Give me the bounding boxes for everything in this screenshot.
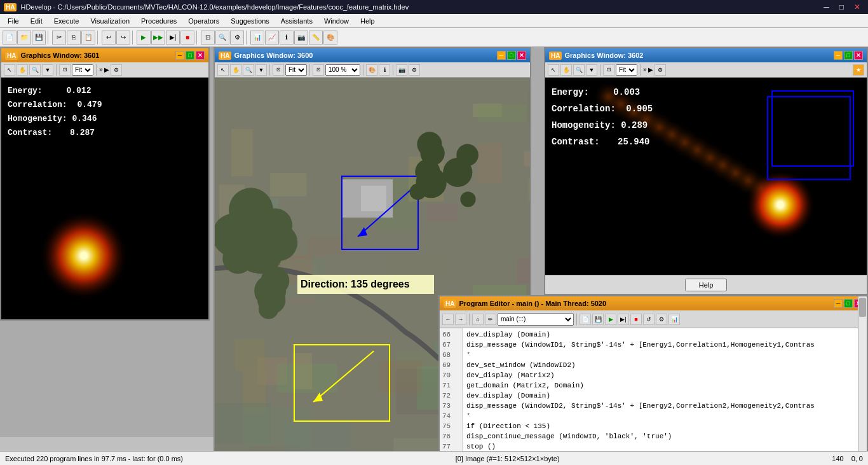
gwin3602-titlebar[interactable]: HA Graphics Window: 3602 ─ □ ✕	[545, 48, 867, 62]
gwin3601-expand[interactable]: »	[99, 66, 103, 73]
step-button[interactable]: ▶|	[166, 31, 180, 45]
run-cont-button[interactable]: ▶▶	[151, 31, 165, 45]
info-button[interactable]: ℹ	[280, 31, 294, 45]
help-button[interactable]: Help	[685, 279, 728, 291]
gwin3602-close[interactable]: ✕	[854, 51, 863, 60]
gwin3600-zoom-select[interactable]: 100 %	[325, 64, 360, 76]
gwin3602-max[interactable]: □	[844, 51, 853, 60]
gwin3601-titlebar[interactable]: HA Graphics Window: 3601 ─ □ ✕	[1, 48, 208, 62]
menu-window[interactable]: Window	[319, 16, 354, 26]
gwin3600-snapshot[interactable]: 📷	[396, 64, 407, 76]
gwin3601-min[interactable]: ─	[175, 51, 184, 60]
close-button[interactable]: ✕	[850, 3, 864, 11]
gwin3600-close[interactable]: ✕	[517, 51, 526, 60]
gwin3600-extra[interactable]: ⚙	[409, 64, 420, 76]
prog-editor-max[interactable]: □	[844, 299, 853, 308]
gwin3600-cursor[interactable]: ↖	[217, 64, 229, 76]
pe-save2[interactable]: 💾	[592, 314, 604, 325]
cut-button[interactable]: ✂	[52, 31, 66, 45]
menu-visualization[interactable]: Visualization	[85, 16, 135, 26]
undo-button[interactable]: ↩	[102, 31, 116, 45]
gwin3602-cursor[interactable]: ↖	[548, 64, 559, 76]
gwin3600-color[interactable]: 🎨	[366, 64, 377, 76]
save-button[interactable]: 💾	[32, 31, 46, 45]
camera-button[interactable]: 📷	[294, 31, 308, 45]
stop-button[interactable]: ■	[180, 31, 194, 45]
gwin3602-zoom-drop[interactable]: ▼	[586, 64, 597, 76]
pe-forward[interactable]: →	[455, 314, 466, 325]
vertical-scrollbar[interactable]	[858, 328, 867, 457]
code-content[interactable]: dev_display (Domain) disp_message (Windo…	[463, 328, 867, 457]
gwin3600-fit-icon[interactable]: ⊡	[273, 64, 284, 76]
gwin3601-zoom-dropdown[interactable]: ▼	[42, 64, 53, 76]
gwin3601-cursor[interactable]: ↖	[4, 64, 15, 76]
pe-back[interactable]: ←	[442, 314, 454, 325]
copy-button[interactable]: ⎘	[67, 31, 81, 45]
menu-file[interactable]: File	[3, 16, 24, 26]
gwin3601-fit[interactable]: ⊡	[59, 64, 71, 76]
paste-button[interactable]: 📋	[81, 31, 95, 45]
maximize-button[interactable]: □	[836, 3, 848, 11]
menu-edit[interactable]: Edit	[25, 16, 48, 26]
gwin3601-max[interactable]: □	[186, 51, 194, 60]
zoom-in-button[interactable]: 🔍	[215, 31, 229, 45]
gwin3601-settings-icon[interactable]: ⚙	[111, 64, 122, 76]
prog-editor-min[interactable]: ─	[834, 299, 843, 308]
pe-stop2[interactable]: ■	[630, 314, 642, 325]
pe-step2[interactable]: ▶|	[618, 314, 629, 325]
gwin3600-titlebar[interactable]: HA Graphics Window: 3600 ─ □ ✕	[215, 48, 530, 62]
gwin3600-max[interactable]: □	[507, 51, 516, 60]
open-button[interactable]: 📁	[17, 31, 31, 45]
gwin3600-min[interactable]: ─	[497, 51, 506, 60]
gwin3602-zoom[interactable]: 🔍	[573, 64, 585, 76]
gwin3600-info[interactable]: ℹ	[379, 64, 390, 76]
gwin3602-more[interactable]: ▶	[648, 66, 653, 73]
pe-run2[interactable]: ▶	[605, 314, 616, 325]
menu-help[interactable]: Help	[355, 16, 380, 26]
pe-graph2[interactable]: 📊	[668, 314, 680, 325]
gwin3602-extra[interactable]: ⚙	[654, 64, 666, 76]
graph-button[interactable]: 📊	[250, 31, 264, 45]
menu-suggestions[interactable]: Suggestions	[226, 16, 275, 26]
gwin3602-settings-icon[interactable]: ★	[853, 64, 864, 76]
gwin3600-fit-select[interactable]: Fit	[285, 64, 307, 76]
pe-reset[interactable]: ↺	[643, 314, 654, 325]
menu-procedures[interactable]: Procedures	[136, 16, 182, 26]
gwin3602-min[interactable]: ─	[834, 51, 843, 60]
ha-badge-3600: HA	[219, 52, 231, 60]
gwin3601-controls: ─ □ ✕	[175, 51, 205, 60]
pe-home[interactable]: ⌂	[472, 314, 484, 325]
gwin3601-zoom[interactable]: 🔍	[29, 64, 41, 76]
gwin3602-pan[interactable]: ✋	[560, 64, 572, 76]
zoom-fit-button[interactable]: ⊡	[201, 31, 215, 45]
new-button[interactable]: 📄	[3, 31, 17, 45]
gwin3600-fit2[interactable]: ⊡	[313, 64, 324, 76]
pe-new[interactable]: 📄	[580, 314, 591, 325]
gwin3601-pan[interactable]: ✋	[17, 64, 28, 76]
pe-edit-mode[interactable]: ✏	[485, 314, 496, 325]
run-button[interactable]: ▶	[137, 31, 151, 45]
color-button[interactable]: 🎨	[323, 31, 337, 45]
gwin3600-zoom-drop[interactable]: ▼	[255, 64, 267, 76]
gwin3600-zoom[interactable]: 🔍	[243, 64, 254, 76]
gwin3601-close[interactable]: ✕	[196, 51, 205, 60]
gwin3602-helpbar: Help	[545, 275, 867, 294]
chart-button[interactable]: 📈	[265, 31, 279, 45]
minimize-button[interactable]: ─	[820, 3, 833, 11]
settings-button[interactable]: ⚙	[230, 31, 244, 45]
menu-operators[interactable]: Operators	[183, 16, 224, 26]
gwin3600-pan[interactable]: ✋	[230, 64, 241, 76]
prog-editor-title: Program Editor - main () - Main Thread: …	[459, 300, 606, 307]
pe-procedure-select[interactable]: main (:::)	[498, 313, 574, 326]
gwin3602-fit-icon[interactable]: ⊡	[603, 64, 614, 76]
gwin3601-fit-select[interactable]: Fit	[72, 64, 93, 76]
gwin3601-more[interactable]: ▶	[104, 66, 109, 73]
pe-settings2[interactable]: ⚙	[656, 314, 667, 325]
prog-editor-titlebar[interactable]: HA Program Editor - main () - Main Threa…	[440, 296, 867, 310]
menu-execute[interactable]: Execute	[49, 16, 85, 26]
gwin3602-fit-select[interactable]: Fit	[616, 64, 637, 76]
redo-button[interactable]: ↪	[116, 31, 130, 45]
gwin3602-expand[interactable]: »	[643, 66, 647, 73]
menu-assistants[interactable]: Assistants	[276, 16, 318, 26]
measure-button[interactable]: 📏	[309, 31, 323, 45]
